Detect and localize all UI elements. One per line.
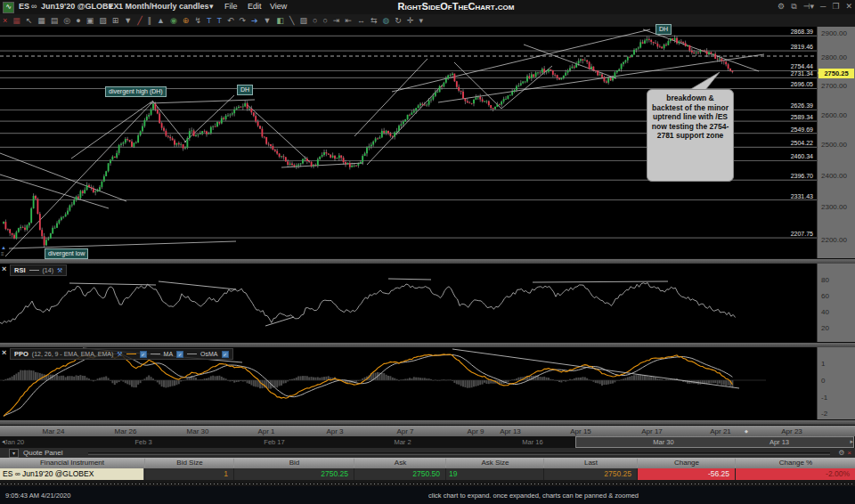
ppo-panel[interactable]: × PPO (12, 26, 9 - EMA, EMA, EMA) ⚒ ✓ MA…: [0, 347, 817, 419]
rsi-tool-icon[interactable]: ⚒: [57, 267, 62, 274]
anchor-icon[interactable]: ↯: [194, 15, 201, 27]
rsi-axis[interactable]: 80604020: [817, 264, 855, 342]
chart-tool-icon[interactable]: ≡: [1, 251, 4, 256]
pin-icon[interactable]: ⊣▾: [803, 2, 814, 12]
trendline[interactable]: [454, 62, 501, 109]
rsi-trendline[interactable]: [159, 281, 236, 289]
zoom-out-icon[interactable]: ○: [322, 15, 327, 27]
image-icon[interactable]: ▣: [86, 15, 94, 27]
filter-icon[interactable]: ▼: [264, 15, 272, 27]
rsi-close-button[interactable]: ×: [2, 264, 6, 273]
wrench-icon[interactable]: ✛: [407, 15, 414, 27]
trendline[interactable]: [184, 95, 234, 142]
rsi-trendline[interactable]: [533, 281, 668, 282]
trendline[interactable]: [5, 102, 153, 256]
undo-icon[interactable]: ↶: [227, 15, 234, 27]
quote-column-header[interactable]: Change: [637, 459, 736, 467]
swap-icon[interactable]: ⇆: [370, 15, 378, 27]
trendline[interactable]: [524, 45, 616, 78]
quote-column-header[interactable]: Ask Size: [445, 459, 544, 467]
target-icon[interactable]: ⊕: [183, 15, 190, 27]
layout-icon[interactable]: ▨: [99, 15, 107, 27]
more-dropdown-icon[interactable]: ▾: [419, 15, 423, 27]
ppo-osma-checkbox[interactable]: ✓: [222, 351, 229, 358]
heatmap-icon[interactable]: ▦: [12, 15, 20, 27]
contract-label[interactable]: Jun19'20 @GLOBEX: [41, 2, 118, 11]
close-icon[interactable]: ✕: [845, 2, 852, 12]
trendline[interactable]: [150, 100, 255, 103]
trendline[interactable]: [0, 175, 109, 208]
navigator-right-arrow[interactable]: ▸: [850, 438, 853, 445]
triangle-icon[interactable]: ▲: [157, 15, 165, 27]
brush-icon[interactable]: ▨: [299, 15, 307, 27]
quote-panel-collapse-button[interactable]: ▾: [9, 449, 19, 458]
navigator-visible-window[interactable]: [575, 436, 854, 448]
rsi-panel[interactable]: × RSI (14) ⚒: [0, 264, 817, 342]
menu-file[interactable]: File: [224, 2, 238, 11]
quote-column-header[interactable]: Bid Size: [144, 459, 234, 467]
menu-view[interactable]: View: [270, 2, 287, 11]
dh-label-first[interactable]: DH: [237, 85, 253, 95]
quote-column-header[interactable]: Change %: [735, 459, 855, 467]
draw-icon[interactable]: ╱: [137, 15, 142, 27]
quote-settings-icon[interactable]: ⚙: [838, 449, 844, 457]
globe-icon[interactable]: ◉: [170, 15, 177, 27]
analyst-callout-note[interactable]: breakdown & backtest of the minor uptren…: [647, 89, 734, 182]
scroll-up-icon[interactable]: ▲: [1, 245, 6, 250]
price-chart-panel[interactable]: 2868.392819.462754.442731.342696.052626.…: [0, 27, 817, 258]
ppo-close-button[interactable]: ×: [2, 348, 6, 357]
trendline[interactable]: [9, 241, 236, 248]
settings-icon[interactable]: ⚙: [778, 2, 785, 12]
dh-label-top[interactable]: DH: [656, 24, 672, 35]
quote-column-header[interactable]: Bid: [233, 459, 354, 467]
ppo-checkbox[interactable]: ✓: [140, 351, 147, 358]
minimize-icon[interactable]: ─: [820, 2, 826, 12]
timeline-navigator[interactable]: ◂ ▸ Jan 20Feb 3Feb 17Mar 2Mar 16Mar 30Ap…: [0, 436, 855, 449]
trendline[interactable]: [367, 85, 443, 165]
quote-column-header[interactable]: Financial Instrument: [0, 459, 144, 467]
ppo-ma-checkbox[interactable]: ✓: [176, 351, 183, 358]
close-tool-icon[interactable]: ×: [3, 15, 7, 27]
trendline[interactable]: [71, 101, 153, 159]
divergent-high-label[interactable]: divergent high (DH): [105, 86, 167, 97]
panel-icon[interactable]: ◧: [277, 15, 285, 27]
redo-icon[interactable]: ↷: [240, 15, 247, 27]
trendline-icon[interactable]: ╲: [289, 15, 294, 27]
snapshot-icon[interactable]: ◎: [63, 15, 70, 27]
rsi-trendline[interactable]: [265, 317, 294, 326]
quote-row[interactable]: ES ∞ Jun19'20 @GLOBEX12750.252750.501927…: [0, 468, 855, 480]
timeframe-label[interactable]: 1 Month/Hourly candles: [118, 2, 209, 11]
circle-tool-icon[interactable]: ●: [76, 15, 80, 27]
dropdown-icon[interactable]: ▼: [124, 15, 132, 27]
quote-column-header[interactable]: Ask: [354, 459, 446, 467]
forward-icon[interactable]: ➔: [251, 15, 258, 27]
text-note-icon[interactable]: T: [207, 15, 212, 27]
quote-close-icon[interactable]: ×: [847, 449, 851, 457]
link-icon[interactable]: ⧉: [791, 2, 796, 12]
world-icon[interactable]: ◍: [382, 15, 389, 27]
trendline[interactable]: [153, 102, 186, 142]
grid-icon[interactable]: ▦: [37, 15, 45, 27]
indicator-icon[interactable]: ∥: [148, 15, 152, 27]
pointer-icon[interactable]: ↖: [26, 15, 33, 27]
zoom-in-icon[interactable]: ○: [313, 15, 317, 27]
timeframe-dropdown-icon[interactable]: ▾: [209, 2, 214, 11]
quote-column-header[interactable]: Last: [543, 459, 638, 467]
rsi-plot[interactable]: [0, 264, 817, 342]
contract-dropdown-icon[interactable]: ▾: [109, 2, 113, 11]
ppo-tool-icon[interactable]: ⚒: [117, 351, 122, 358]
rsi-trendline[interactable]: [388, 279, 431, 280]
divergent-low-label[interactable]: divergent low: [45, 248, 88, 259]
price-axis[interactable]: 2750.25 2900.002800.002700.002600.002500…: [817, 27, 855, 260]
expand-right-icon[interactable]: ⇥: [333, 15, 340, 27]
multi-layout-icon[interactable]: ⊞: [112, 15, 119, 27]
rsi-trendline[interactable]: [69, 283, 156, 285]
text-box-icon[interactable]: T: [216, 15, 222, 27]
expand-left-icon[interactable]: ⇤: [345, 15, 352, 27]
ppo-axis[interactable]: 10-1-2: [817, 347, 855, 419]
menu-edit[interactable]: Edit: [248, 2, 262, 11]
restore-icon[interactable]: ❐: [832, 2, 839, 12]
trendline[interactable]: [354, 59, 428, 136]
fit-width-icon[interactable]: ↔: [357, 15, 365, 27]
print-icon[interactable]: ▤: [51, 15, 59, 27]
